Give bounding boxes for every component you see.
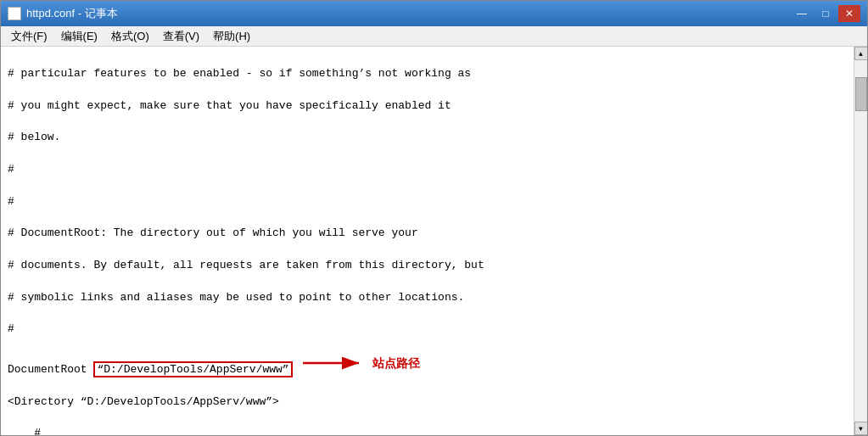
menu-help[interactable]: 帮助(H) — [206, 27, 257, 46]
editor-area: # particular features to be enabled - so… — [1, 47, 867, 435]
title-bar-left: httpd.conf - 记事本 — [8, 6, 118, 21]
minimize-button[interactable]: — — [791, 5, 813, 22]
title-bar: httpd.conf - 记事本 — □ ✕ — [1, 1, 867, 26]
arrow-icon — [301, 354, 369, 372]
line-6: # DocumentRoot: The directory out of whi… — [8, 226, 847, 242]
document-root-value: “D:/DevelopTools/AppServ/www” — [93, 361, 292, 377]
scroll-down-button[interactable]: ▼ — [854, 422, 868, 435]
line-12: # — [8, 426, 847, 435]
editor-content[interactable]: # particular features to be enabled - so… — [1, 47, 854, 435]
line-7: # documents. By default, all requests ar… — [8, 258, 847, 274]
scroll-up-button[interactable]: ▲ — [854, 47, 868, 60]
window-title: httpd.conf - 记事本 — [26, 6, 118, 21]
main-window: httpd.conf - 记事本 — □ ✕ 文件(F) 编辑(E) 格式(O)… — [0, 0, 868, 436]
restore-button[interactable]: □ — [815, 5, 837, 22]
annotation: 站点路径 — [301, 354, 420, 372]
annotation-text: 站点路径 — [372, 355, 420, 372]
vertical-scrollbar[interactable]: ▲ ▼ — [854, 47, 867, 435]
menu-view[interactable]: 查看(V) — [156, 27, 206, 46]
line-11: <Directory “D:/DevelopTools/AppServ/www”… — [8, 394, 847, 411]
window-controls: — □ ✕ — [791, 5, 860, 22]
line-5: # — [8, 194, 847, 210]
line-3: # below. — [8, 130, 847, 146]
line-2: # you might expect, make sure that you h… — [8, 98, 847, 115]
menu-file[interactable]: 文件(F) — [4, 27, 54, 46]
line-8: # symbolic links and aliases may be used… — [8, 290, 847, 306]
line-1: # particular features to be enabled - so… — [8, 66, 847, 82]
menu-edit[interactable]: 编辑(E) — [54, 27, 104, 46]
line-4: # — [8, 162, 847, 178]
menu-format[interactable]: 格式(O) — [104, 27, 156, 46]
close-button[interactable]: ✕ — [838, 5, 860, 22]
scroll-thumb[interactable] — [855, 77, 867, 111]
line-9: # — [8, 321, 847, 338]
notepad-icon — [8, 7, 21, 20]
line-10: DocumentRoot “D:/DevelopTools/AppServ/ww… — [8, 354, 847, 378]
menu-bar: 文件(F) 编辑(E) 格式(O) 查看(V) 帮助(H) — [1, 26, 867, 47]
